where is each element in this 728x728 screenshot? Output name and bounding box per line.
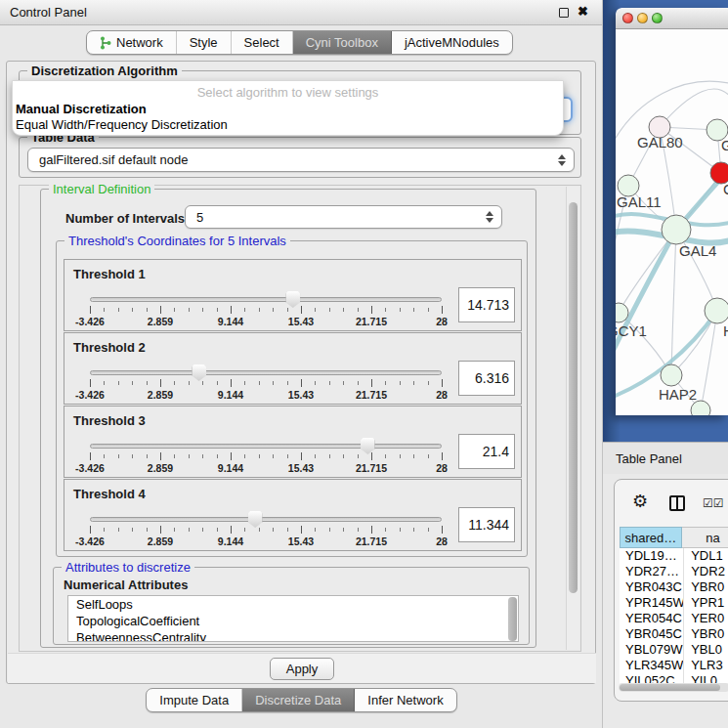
cell-shared-name: YIL052C — [620, 673, 684, 683]
tick-mark — [358, 528, 359, 532]
tick-mark — [329, 381, 330, 385]
tick-label: 9.144 — [218, 389, 243, 401]
cell-name: YBR0 — [684, 579, 728, 595]
tab-label: Impute Data — [159, 693, 229, 707]
table-row[interactable]: YER054CYER0 — [620, 611, 728, 626]
cell-name: YLR3 — [684, 658, 728, 673]
table-row[interactable]: YPR145WYPR1 — [620, 595, 728, 611]
table-row[interactable]: YDR27…YDR2 — [620, 564, 728, 579]
tick-mark — [147, 454, 148, 458]
tick-mark — [287, 308, 288, 312]
number-of-intervals-combobox[interactable]: 5 — [185, 205, 502, 229]
tick-label: -3.426 — [75, 389, 105, 401]
node-label: GAL80 — [637, 134, 683, 150]
column-header-name[interactable]: na — [682, 527, 728, 548]
cell-name: YIL0 — [684, 673, 728, 683]
tick-mark — [132, 381, 133, 385]
table-row[interactable]: YBR045CYBR0 — [620, 626, 728, 642]
attribute-list-item[interactable]: SelfLoops — [68, 596, 518, 613]
scrollbar-thumb[interactable] — [620, 684, 720, 691]
apply-button[interactable]: Apply — [270, 658, 334, 680]
table-panel-title: Table Panel — [616, 451, 682, 466]
threshold-slider[interactable]: -3.4262.8599.14415.4321.71528 — [90, 363, 442, 404]
slider-ticks — [90, 379, 442, 388]
network-node-h[interactable] — [705, 298, 728, 323]
node-label: GAL11 — [617, 193, 662, 210]
tick-mark — [329, 454, 330, 458]
gear-icon[interactable]: ⚙ — [632, 492, 648, 510]
bottom-tabbar: Impute DataDiscretize DataInfer Network — [0, 688, 603, 712]
apply-strip: Apply — [8, 653, 596, 683]
tick-mark — [385, 454, 386, 458]
table-row[interactable]: YBL079WYBL0 — [620, 642, 728, 658]
tab-network[interactable]: Network — [87, 31, 177, 54]
threshold-slider[interactable]: -3.4262.8599.14415.4321.71528 — [90, 289, 442, 330]
tick-mark — [385, 381, 386, 385]
algorithm-option-manual-discretization[interactable]: Manual Discretization — [15, 102, 565, 117]
checkbox-icons[interactable]: ☑☑ — [703, 496, 724, 510]
tick-mark — [273, 308, 274, 312]
column-header-shared-name[interactable]: shared… — [620, 527, 682, 548]
close-traffic-light-icon[interactable] — [622, 13, 633, 23]
tab-jactivemnodules[interactable]: jActiveMNodules — [392, 31, 512, 54]
tick-mark — [287, 381, 288, 385]
tick-mark — [189, 308, 190, 312]
list-scrollbar[interactable] — [508, 597, 517, 641]
close-icon[interactable]: ✖ — [578, 4, 588, 19]
bottom-tab-group: Impute DataDiscretize DataInfer Network — [146, 688, 456, 712]
attribute-list-item[interactable]: TopologicalCoefficient — [68, 613, 518, 629]
tick-label: 28 — [436, 462, 448, 474]
threshold-value-field[interactable] — [458, 361, 515, 396]
vertical-scrollbar[interactable] — [566, 187, 579, 650]
threshold-value-field[interactable] — [458, 434, 515, 469]
zoom-traffic-light-icon[interactable] — [652, 13, 663, 23]
threshold-value-field[interactable] — [458, 507, 515, 542]
tick-mark — [202, 308, 203, 312]
tick-mark — [231, 306, 232, 314]
float-window-icon[interactable] — [559, 8, 569, 18]
threshold-slider[interactable]: -3.4262.8599.14415.4321.71528 — [90, 436, 442, 477]
tab-style[interactable]: Style — [177, 31, 232, 54]
algorithm-option-equal-width-frequency-discretization[interactable]: Equal Width/Frequency Discretization — [15, 117, 565, 133]
table-row[interactable]: YDL19…YDL1 — [620, 548, 728, 564]
threshold-value-field[interactable] — [458, 287, 515, 322]
network-node[interactable] — [691, 401, 710, 415]
interval-definition-group: Interval Definition Number of Intervals … — [40, 189, 536, 648]
tab-infer-network[interactable]: Infer Network — [355, 689, 455, 711]
slider-ticks — [90, 306, 442, 315]
columns-icon[interactable] — [669, 495, 685, 511]
tab-select[interactable]: Select — [232, 31, 293, 54]
tick-label: 28 — [436, 316, 448, 327]
table-data-combobox[interactable]: galFiltered.sif default node — [27, 148, 575, 172]
slider-tick-labels: -3.4262.8599.14415.4321.71528 — [90, 535, 442, 547]
minimize-traffic-light-icon[interactable] — [637, 13, 648, 23]
network-node-gal4[interactable] — [662, 215, 691, 244]
tab-discretize-data[interactable]: Discretize Data — [242, 689, 355, 711]
thresholds-group: Threshold's Coordinates for 5 Intervals … — [56, 240, 528, 557]
threshold-slider[interactable]: -3.4262.8599.14415.4321.71528 — [90, 509, 442, 550]
tick-mark — [315, 381, 316, 385]
numerical-attributes-list[interactable]: SelfLoopsTopologicalCoefficientBetweenne… — [67, 595, 519, 642]
horizontal-scrollbar[interactable] — [619, 683, 728, 692]
tab-impute-data[interactable]: Impute Data — [147, 689, 242, 711]
table-row[interactable]: YBR043CYBR0 — [620, 579, 728, 595]
network-node-hap2[interactable] — [661, 364, 682, 386]
slider-track — [90, 517, 442, 522]
top-tab-group: NetworkStyleSelectCyni ToolboxjActiveMNo… — [86, 30, 513, 55]
tick-mark — [189, 528, 190, 532]
tick-mark — [259, 454, 260, 458]
tick-label: 21.715 — [356, 535, 387, 547]
tick-mark — [147, 528, 148, 532]
table-row[interactable]: YLR345WYLR3 — [620, 658, 728, 673]
node-label: GCY1 — [616, 322, 647, 339]
network-canvas[interactable]: GAL80GCGAL11GAL4GCY1HHAP2 — [616, 29, 728, 415]
stepper-icon — [486, 211, 493, 223]
attribute-list-item[interactable]: BetweennessCentrality — [68, 629, 518, 642]
tab-cyni-toolbox[interactable]: Cyni Toolbox — [293, 31, 392, 54]
table-row[interactable]: YIL052CYIL0 — [620, 673, 728, 683]
cell-shared-name: YBL079W — [620, 642, 684, 658]
tick-mark — [217, 381, 218, 385]
tick-label: 2.859 — [148, 462, 173, 474]
scrollbar-thumb[interactable] — [569, 202, 578, 593]
tick-label: 2.859 — [148, 316, 173, 327]
